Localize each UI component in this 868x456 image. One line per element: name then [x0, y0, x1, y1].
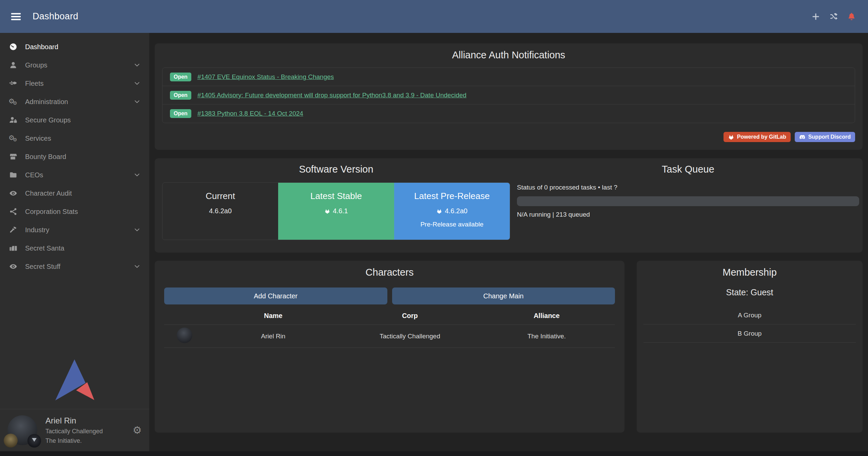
version-table: Current 4.6.2a0 Latest Stable 4.6.1 Late…: [162, 182, 510, 240]
external-badges: Powered by GitLab Support Discord: [162, 132, 855, 142]
membership-state: State: Guest: [643, 288, 856, 297]
sidebar-item-corporation-stats[interactable]: Corporation Stats: [0, 202, 149, 221]
sidebar-item-label: Industry: [25, 226, 49, 234]
sidebar-item-label: Secret Santa: [25, 244, 64, 252]
plus-icon[interactable]: [811, 12, 821, 21]
sidebar-item-secret-stuff[interactable]: Secret Stuff: [0, 257, 149, 276]
version-cell-stable: Latest Stable 4.6.1: [278, 183, 394, 240]
column-header-name: Name: [205, 312, 342, 320]
task-queue-counts: N/A running | 213 queued: [517, 211, 859, 218]
gitlab-icon: [728, 134, 734, 140]
software-version-section: Software Version Current 4.6.2a0 Latest …: [162, 164, 515, 253]
sidebar-item-label: Bounty Board: [25, 153, 66, 161]
sidebar-item-fleets[interactable]: Fleets: [0, 74, 149, 93]
membership-groups-list: A Group B Group: [643, 306, 856, 343]
shuffle-icon[interactable]: [829, 12, 838, 21]
notifications-title: Alliance Auth Notifications: [162, 49, 855, 61]
version-number: 4.6.2a0: [209, 207, 232, 215]
chevron-down-icon: [134, 62, 140, 68]
character-alliance: The Initiative.: [478, 333, 615, 340]
alliance-logo-badge: [27, 434, 41, 448]
gifts-icon: [8, 244, 18, 253]
sidebar-item-services[interactable]: ⚙⚙ Services: [0, 129, 149, 147]
character-portrait: [177, 328, 192, 343]
sidebar: Dashboard Groups Fleets ⚙⚙ Administratio…: [0, 33, 149, 451]
list-item: A Group: [643, 306, 856, 324]
user-info: Ariel Rin Tactically Challenged The Init…: [45, 416, 103, 444]
characters-panel: Characters Add Character Change Main Nam…: [155, 261, 624, 433]
gitlab-icon: [436, 208, 442, 214]
admin-status-panel: Software Version Current 4.6.2a0 Latest …: [155, 158, 863, 253]
discord-badge[interactable]: Support Discord: [795, 132, 855, 142]
corp-logo-badge: [4, 434, 18, 448]
sidebar-item-secret-santa[interactable]: Secret Santa: [0, 239, 149, 257]
topbar-actions: [811, 12, 856, 21]
character-name: Ariel Rin: [205, 333, 342, 340]
chevron-down-icon: [134, 98, 140, 105]
user-corp: Tactically Challenged: [45, 428, 103, 435]
notifications-panel: Alliance Auth Notifications Open #1407 E…: [155, 43, 863, 150]
chevron-down-icon: [134, 226, 140, 233]
sidebar-item-administration[interactable]: ⚙⚙ Administration: [0, 93, 149, 111]
shuttle-icon: [8, 79, 18, 88]
sidebar-item-industry[interactable]: Industry: [0, 221, 149, 239]
bell-icon[interactable]: [847, 12, 856, 21]
notifications-list: Open #1407 EVE Equinox Status - Breaking…: [162, 67, 855, 123]
sidebar-user-panel: Ariel Rin Tactically Challenged The Init…: [0, 409, 149, 451]
version-cell-current: Current 4.6.2a0: [162, 183, 278, 240]
characters-table-header: Name Corp Alliance: [164, 307, 615, 325]
eye-icon: [8, 262, 18, 271]
sidebar-item-label: Character Audit: [25, 190, 72, 197]
add-character-button[interactable]: Add Character: [164, 288, 387, 304]
sidebar-item-bounty-board[interactable]: Bounty Board: [0, 147, 149, 166]
version-label: Current: [206, 191, 235, 201]
hammer-icon: [8, 225, 18, 234]
column-header-corp: Corp: [342, 312, 478, 320]
gitlab-badge[interactable]: Powered by GitLab: [724, 132, 791, 142]
notification-link[interactable]: #1405 Advisory: Future development will …: [197, 92, 466, 99]
version-cell-prerelease: Latest Pre-Release 4.6.2a0 Pre-Release a…: [394, 183, 510, 240]
status-badge: Open: [170, 73, 191, 81]
chevron-down-icon: [134, 263, 140, 270]
sidebar-item-secure-groups[interactable]: Secure Groups: [0, 111, 149, 129]
sidebar-item-label: Fleets: [25, 80, 43, 87]
change-main-button[interactable]: Change Main: [392, 288, 615, 304]
user-name: Ariel Rin: [45, 416, 103, 425]
table-row: Ariel Rin Tactically Challenged The Init…: [164, 325, 615, 348]
version-label: Latest Pre-Release: [414, 191, 490, 201]
page-title: Dashboard: [33, 11, 78, 22]
task-queue-progress-bar: [517, 196, 859, 206]
sidebar-item-label: Administration: [25, 98, 68, 106]
discord-icon: [799, 134, 806, 140]
sidebar-item-groups[interactable]: Groups: [0, 56, 149, 74]
software-version-title: Software Version: [162, 164, 510, 175]
settings-gear-icon[interactable]: ⚙: [133, 425, 142, 435]
notification-link[interactable]: #1407 EVE Equinox Status - Breaking Chan…: [197, 73, 334, 81]
sidebar-item-label: Services: [25, 135, 51, 142]
notification-row: Open #1407 EVE Equinox Status - Breaking…: [162, 68, 855, 86]
eye-icon: [8, 189, 18, 198]
hamburger-menu-icon[interactable]: [10, 11, 22, 22]
status-badge: Open: [170, 91, 191, 100]
bottom-bar: [0, 451, 868, 456]
discord-badge-label: Support Discord: [808, 134, 851, 140]
gitlab-badge-label: Powered by GitLab: [737, 134, 786, 140]
characters-title: Characters: [164, 267, 615, 278]
sidebar-item-label: Dashboard: [25, 43, 58, 51]
store-icon: [8, 152, 18, 161]
notification-link[interactable]: #1383 Python 3.8 EOL - 14 Oct 2024: [197, 110, 303, 117]
prerelease-note: Pre-Release available: [420, 221, 483, 228]
sidebar-item-dashboard[interactable]: Dashboard: [0, 38, 149, 56]
user-avatar: [7, 415, 37, 445]
sidebar-item-label: Secure Groups: [25, 116, 71, 124]
user-alliance: The Initiative.: [45, 437, 103, 444]
character-corp: Tactically Challenged: [342, 333, 478, 340]
sidebar-nav: Dashboard Groups Fleets ⚙⚙ Administratio…: [0, 33, 149, 276]
list-item: B Group: [643, 324, 856, 343]
notification-row: Open #1405 Advisory: Future development …: [162, 86, 855, 104]
sidebar-item-character-audit[interactable]: Character Audit: [0, 184, 149, 202]
sidebar-item-ceos[interactable]: CEOs: [0, 166, 149, 184]
gears-icon: ⚙⚙: [8, 134, 18, 143]
gears-icon: ⚙⚙: [8, 97, 18, 106]
membership-panel: Membership State: Guest A Group B Group: [637, 261, 863, 433]
